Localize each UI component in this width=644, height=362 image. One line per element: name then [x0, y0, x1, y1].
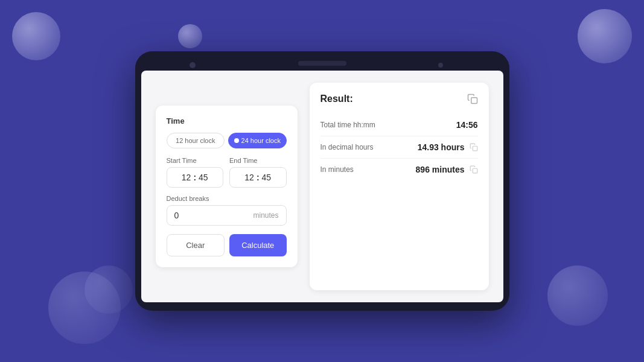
deduct-value: 0: [174, 211, 179, 220]
result-value-group-decimal: 14.93 hours: [418, 142, 478, 152]
copy-all-icon[interactable]: [467, 94, 478, 104]
copy-minutes-icon[interactable]: [470, 165, 478, 174]
tablet-screen: Time 12 hour clock 24 hour clock Start T…: [141, 71, 503, 302]
deduct-label: Deduct breaks: [167, 195, 287, 202]
twenty-four-hour-label: 24 hour clock: [241, 137, 281, 144]
result-row-decimal: In decimal hours 14.93 hours: [320, 136, 478, 159]
time-inputs-row: Start Time 12 : 45 End Time 12 : 45: [167, 157, 287, 188]
result-value-total: 14:56: [456, 120, 478, 130]
start-separator: :: [193, 173, 196, 182]
copy-decimal-icon[interactable]: [470, 143, 478, 151]
end-time-input[interactable]: 12 : 45: [229, 167, 287, 188]
result-label-total: Total time hh:mm: [320, 121, 375, 129]
bg-ball-bottom-right: [547, 265, 608, 326]
tablet-top-bar: [141, 57, 503, 71]
svg-rect-1: [473, 146, 477, 151]
twenty-four-hour-toggle[interactable]: 24 hour clock: [228, 133, 287, 148]
deduct-breaks-section: Deduct breaks 0 minutes: [167, 195, 287, 226]
tablet-frame: Time 12 hour clock 24 hour clock Start T…: [135, 51, 509, 311]
result-title: Result:: [320, 94, 353, 104]
start-time-input[interactable]: 12 : 45: [167, 167, 224, 188]
time-card-title: Time: [167, 116, 287, 125]
bg-ball-bottom-left2: [84, 265, 133, 314]
twelve-hour-toggle[interactable]: 12 hour clock: [167, 133, 225, 148]
bg-ball-top-right: [578, 9, 632, 63]
clear-button[interactable]: Clear: [167, 234, 225, 256]
result-row-total: Total time hh:mm 14:56: [320, 114, 478, 136]
result-label-decimal: In decimal hours: [320, 143, 374, 151]
end-time-group: End Time 12 : 45: [229, 157, 287, 188]
tablet-speaker: [298, 61, 346, 66]
start-time-group: Start Time 12 : 45: [167, 157, 224, 188]
result-header: Result:: [320, 94, 478, 104]
clock-toggle-group: 12 hour clock 24 hour clock: [167, 133, 287, 148]
result-value-decimal: 14.93 hours: [418, 142, 465, 152]
tablet-camera-right: [438, 63, 443, 68]
svg-rect-2: [473, 168, 477, 173]
result-value-group-minutes: 896 minutes: [416, 165, 478, 174]
calculate-button[interactable]: Calculate: [229, 234, 287, 256]
end-minute: 45: [262, 173, 272, 182]
active-dot: [234, 138, 239, 143]
result-label-minutes: In minutes: [320, 165, 354, 174]
start-time-label: Start Time: [167, 157, 224, 164]
action-buttons: Clear Calculate: [167, 234, 287, 256]
result-card: Result: Total time hh:mm 14:56 In decima…: [310, 83, 489, 290]
end-hour: 12: [244, 173, 254, 182]
svg-rect-0: [471, 98, 477, 104]
deduct-unit: minutes: [253, 211, 278, 220]
tablet-camera-left: [190, 62, 196, 68]
deduct-input[interactable]: 0 minutes: [167, 205, 287, 226]
end-separator: :: [257, 173, 260, 182]
start-hour: 12: [182, 173, 191, 182]
end-time-label: End Time: [229, 157, 287, 164]
bg-ball-top-left: [12, 12, 60, 60]
start-minute: 45: [199, 173, 208, 182]
result-value-minutes: 896 minutes: [416, 165, 465, 174]
time-calculator-card: Time 12 hour clock 24 hour clock Start T…: [156, 106, 298, 267]
bg-ball-top-center: [178, 24, 202, 48]
result-row-minutes: In minutes 896 minutes: [320, 159, 478, 180]
bg-ball-bottom-left: [48, 272, 121, 344]
result-value-group-total: 14:56: [456, 120, 478, 130]
